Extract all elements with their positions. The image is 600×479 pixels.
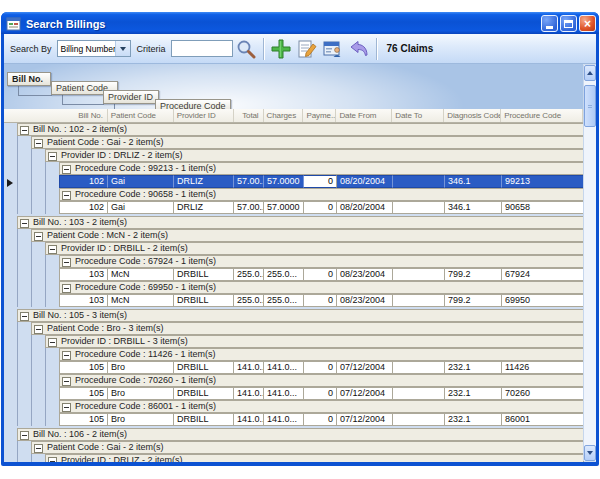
grid-cell[interactable]: 07/12/2004 <box>337 413 393 426</box>
add-button[interactable] <box>269 37 293 61</box>
group-row[interactable]: Patient Code : Bro - 3 item(s) <box>4 322 585 335</box>
column-header-date-to[interactable]: Date To <box>392 109 444 122</box>
column-header-provider-id[interactable]: Provider ID <box>174 109 234 122</box>
group-row-box[interactable]: Provider ID : DRLIZ - 2 item(s) <box>45 149 584 162</box>
grid-cell[interactable]: 0 <box>304 201 337 214</box>
collapse-minus-icon[interactable] <box>62 191 71 200</box>
grid-cell[interactable]: 103 <box>59 294 108 307</box>
group-row[interactable]: Procedure Code : 11426 - 1 item(s) <box>4 348 585 361</box>
report-button[interactable] <box>321 37 345 61</box>
collapse-minus-icon[interactable] <box>62 377 71 386</box>
grid-cell[interactable]: DRBILL <box>174 268 234 281</box>
grid-cell[interactable]: DRBILL <box>174 294 234 307</box>
collapse-minus-icon[interactable] <box>48 245 57 254</box>
collapse-minus-icon[interactable] <box>62 284 71 293</box>
grid-cell[interactable]: Bro <box>108 413 174 426</box>
vertical-scrollbar[interactable] <box>583 65 596 461</box>
column-header-total[interactable]: Total <box>234 109 264 122</box>
grid-cell[interactable] <box>393 268 445 281</box>
group-row[interactable]: Provider ID : DRLIZ - 2 item(s) <box>4 454 585 462</box>
grid-cell[interactable]: 346.1 <box>445 175 502 188</box>
grid-cell[interactable]: 255.0... <box>264 268 304 281</box>
criteria-input[interactable] <box>171 40 233 57</box>
group-row-box[interactable]: Bill No. : 102 - 2 item(s) <box>17 123 584 136</box>
grid-cell[interactable]: DRBILL <box>174 413 234 426</box>
grid-cell[interactable] <box>393 201 445 214</box>
minimize-button[interactable] <box>541 15 558 32</box>
group-row[interactable]: Procedure Code : 69950 - 1 item(s) <box>4 281 585 294</box>
collapse-minus-icon[interactable] <box>20 431 29 440</box>
group-row-box[interactable]: Procedure Code : 99213 - 1 item(s) <box>59 162 584 175</box>
group-row[interactable]: Provider ID : DRLIZ - 2 item(s) <box>4 149 585 162</box>
payments-editor-cell[interactable]: 0 <box>304 175 337 188</box>
grid-cell[interactable] <box>393 361 445 374</box>
grid-cell[interactable]: 255.0... <box>234 268 264 281</box>
grid-cell[interactable]: 255.0... <box>234 294 264 307</box>
grid-cell[interactable]: 0 <box>304 361 337 374</box>
scrollbar-thumb[interactable] <box>584 85 596 127</box>
dropdown-button[interactable] <box>115 41 130 56</box>
grid-cell[interactable]: 11426 <box>502 361 584 374</box>
grid-cell[interactable]: 57.0000 <box>264 175 304 188</box>
group-row[interactable]: Provider ID : DRBILL - 3 item(s) <box>4 335 585 348</box>
grid-cell[interactable]: DRBILL <box>174 387 234 400</box>
grid-cell[interactable]: 346.1 <box>445 201 502 214</box>
collapse-minus-icon[interactable] <box>34 139 43 148</box>
column-header-charges[interactable]: Charges <box>264 109 304 122</box>
grid-cell[interactable] <box>393 387 445 400</box>
group-row-box[interactable]: Procedure Code : 86001 - 1 item(s) <box>59 400 584 413</box>
undo-button[interactable] <box>347 37 371 61</box>
grid-cell[interactable]: 141.0... <box>264 387 304 400</box>
grid-cell[interactable]: 57.00... <box>234 201 264 214</box>
group-box-provider-id[interactable]: Provider ID <box>103 90 159 104</box>
group-row-box[interactable]: Procedure Code : 11426 - 1 item(s) <box>59 348 584 361</box>
group-row-box[interactable]: Procedure Code : 67924 - 1 item(s) <box>59 255 584 268</box>
table-row[interactable]: 103McNDRBILL255.0...255.0...008/23/20047… <box>4 294 585 307</box>
group-box-procedure-code[interactable]: Procedure Code <box>155 99 231 109</box>
grid-cell[interactable]: DRLIZ <box>174 201 234 214</box>
grid-cell[interactable]: 57.0000 <box>264 201 304 214</box>
collapse-minus-icon[interactable] <box>34 444 43 453</box>
group-row[interactable]: Bill No. : 105 - 3 item(s) <box>4 309 585 322</box>
table-row[interactable]: 102GaiDRLIZ57.00...57.0000008/20/2004346… <box>4 201 585 214</box>
grid-cell[interactable]: 67924 <box>502 268 584 281</box>
table-row[interactable]: 102GaiDRLIZ57.00...57.0000008/20/2004346… <box>4 175 585 188</box>
grid-cell[interactable]: 141.0... <box>264 413 304 426</box>
group-row[interactable]: Bill No. : 103 - 2 item(s) <box>4 216 585 229</box>
group-row-box[interactable]: Patient Code : Gai - 2 item(s) <box>31 441 584 454</box>
grid-cell[interactable]: 799.2 <box>445 294 502 307</box>
group-row-box[interactable]: Patient Code : McN - 2 item(s) <box>31 229 584 242</box>
grid-cell[interactable]: 105 <box>59 413 108 426</box>
grid-cell[interactable]: 86001 <box>502 413 584 426</box>
grid-cell[interactable]: 102 <box>59 201 108 214</box>
grid-cell[interactable]: 08/20/2004 <box>337 175 393 188</box>
group-row[interactable]: Patient Code : Gai - 2 item(s) <box>4 441 585 454</box>
group-row-box[interactable]: Procedure Code : 70260 - 1 item(s) <box>59 374 584 387</box>
grid-cell[interactable]: Bro <box>108 361 174 374</box>
search-by-dropdown[interactable]: Billing Number <box>57 40 131 57</box>
grid-cell[interactable]: 141.0... <box>234 413 264 426</box>
group-row[interactable]: Patient Code : Gai - 2 item(s) <box>4 136 585 149</box>
grid-cell[interactable]: Gai <box>108 175 174 188</box>
grid-cell[interactable]: 141.0... <box>234 361 264 374</box>
collapse-minus-icon[interactable] <box>20 126 29 135</box>
scroll-down-button[interactable] <box>584 445 596 461</box>
grid-cell[interactable]: 08/23/2004 <box>337 294 393 307</box>
maximize-button[interactable] <box>560 15 577 32</box>
group-row-box[interactable]: Bill No. : 103 - 2 item(s) <box>17 216 584 229</box>
column-header-procedure-code[interactable]: Procedure Code <box>501 109 583 122</box>
grid-cell[interactable]: 57.00... <box>234 175 264 188</box>
grid-cell[interactable]: 08/20/2004 <box>337 201 393 214</box>
grid-cell[interactable]: 70260 <box>502 387 584 400</box>
collapse-minus-icon[interactable] <box>34 325 43 334</box>
grid-cell[interactable] <box>393 175 445 188</box>
grid-cell[interactable]: McN <box>108 294 174 307</box>
column-header-diagnosis-code[interactable]: Diagnosis Code <box>444 109 501 122</box>
group-row-box[interactable]: Patient Code : Gai - 2 item(s) <box>31 136 584 149</box>
grid-cell[interactable]: 0 <box>304 413 337 426</box>
grid-cell[interactable]: Gai <box>108 201 174 214</box>
grid-cell[interactable]: 799.2 <box>445 268 502 281</box>
group-row[interactable]: Procedure Code : 90658 - 1 item(s) <box>4 188 585 201</box>
grid-cell[interactable]: 99213 <box>502 175 584 188</box>
edit-button[interactable] <box>295 37 319 61</box>
